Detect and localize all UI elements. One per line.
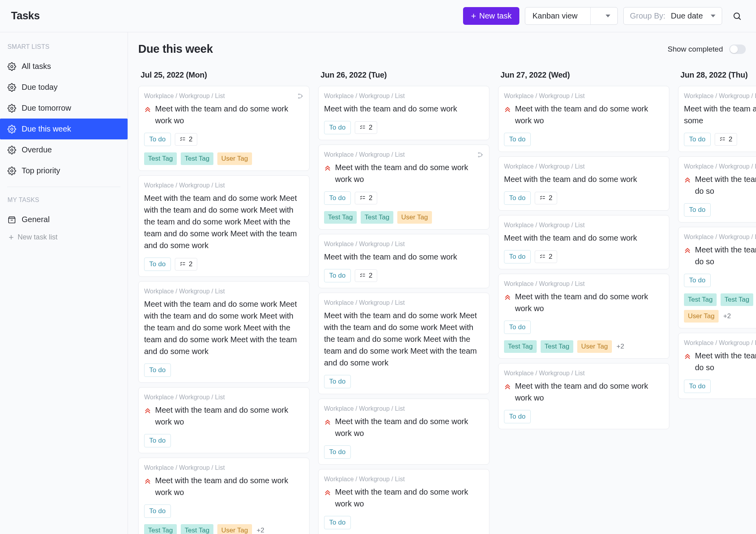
task-tag[interactable]: Test Tag: [504, 340, 537, 353]
task-title: Meet with the team and do so: [695, 350, 756, 373]
task-card[interactable]: Workplace / Workgroup / ListMeet with th…: [318, 86, 489, 140]
task-card[interactable]: Workplace / Workgroup / List Meet with t…: [318, 469, 489, 534]
subtask-count-chip[interactable]: 2: [535, 250, 557, 263]
sidebar-item-due-this-week[interactable]: Due this week: [0, 119, 128, 139]
status-chip[interactable]: To do: [504, 133, 531, 146]
task-tag[interactable]: User Tag: [217, 524, 252, 534]
column-date-label: Jun 26, 2022 (Tue): [321, 70, 487, 80]
task-card[interactable]: Workplace / Workgroup / List Meet with t…: [678, 156, 756, 222]
task-tag[interactable]: Test Tag: [181, 524, 213, 534]
column-date-label: Jun 27, 2022 (Wed): [500, 70, 667, 80]
status-chip[interactable]: To do: [504, 321, 531, 334]
task-tag[interactable]: Test Tag: [144, 524, 177, 534]
main-content: Due this week Show completed Jul 25, 202…: [128, 32, 756, 534]
task-card[interactable]: Workplace / Workgroup / ListMeet with th…: [498, 215, 669, 269]
breadcrumb: Workplace / Workgroup / List: [144, 288, 304, 295]
priority-high-icon: [504, 382, 511, 389]
status-chip[interactable]: To do: [684, 274, 711, 287]
group-by-select[interactable]: Group By: Due date: [623, 7, 722, 25]
task-card[interactable]: Workplace / Workgroup / List Meet with t…: [498, 363, 669, 429]
task-card[interactable]: Workplace / Workgroup / List Meet with t…: [318, 399, 489, 465]
task-card[interactable]: Workplace / Workgroup / ListMeet with th…: [318, 293, 489, 394]
status-chip[interactable]: To do: [324, 375, 351, 388]
status-chip[interactable]: To do: [684, 133, 711, 146]
sidebar-item-due-today[interactable]: Due today: [0, 77, 128, 98]
sidebar-item-all-tasks[interactable]: All tasks: [0, 56, 128, 77]
task-card[interactable]: Workplace / Workgroup / List Meet with t…: [318, 145, 489, 230]
sidebar-item-top-priority[interactable]: Top priority: [0, 160, 128, 181]
task-tag[interactable]: Test Tag: [144, 152, 177, 165]
task-card[interactable]: Workplace / Workgroup / List Meet with t…: [678, 227, 756, 328]
task-card[interactable]: Workplace / Workgroup / List Meet with t…: [498, 274, 669, 359]
task-tag[interactable]: Test Tag: [181, 152, 213, 165]
task-card[interactable]: Workplace / Workgroup / ListMeet with th…: [138, 175, 309, 277]
new-task-label: New task: [479, 11, 511, 20]
subtask-count-chip[interactable]: 2: [535, 192, 557, 204]
status-chip[interactable]: To do: [144, 434, 171, 447]
status-chip[interactable]: To do: [144, 133, 171, 146]
sidebar-item-general[interactable]: General: [0, 209, 128, 230]
task-card[interactable]: Workplace / Workgroup / List Meet with t…: [138, 458, 309, 534]
task-title: Meet with the team and do some work: [324, 251, 484, 263]
kanban-column: Jun 28, 2022 (Thu)Workplace / Workgroup …: [678, 67, 756, 522]
subtask-count-chip[interactable]: 2: [355, 269, 377, 282]
status-chip[interactable]: To do: [324, 445, 351, 459]
status-chip[interactable]: To do: [324, 269, 351, 282]
new-task-button[interactable]: + New task: [463, 7, 519, 25]
more-tags-count[interactable]: +2: [723, 312, 731, 320]
view-select[interactable]: Kanban view: [525, 7, 618, 25]
status-chip[interactable]: To do: [144, 258, 171, 271]
status-chip[interactable]: To do: [324, 516, 351, 529]
task-tag[interactable]: Test Tag: [324, 211, 357, 224]
priority-high-icon: [144, 406, 151, 413]
task-tag[interactable]: Test Tag: [361, 211, 393, 224]
status-chip[interactable]: To do: [504, 410, 531, 423]
task-title: Meet with the team and do some work work…: [335, 486, 484, 510]
status-chip[interactable]: To do: [324, 121, 351, 134]
new-task-list-button[interactable]: + New task list: [0, 230, 128, 245]
subtask-count-chip[interactable]: 2: [175, 133, 197, 146]
status-chip[interactable]: To do: [144, 363, 171, 377]
task-tag[interactable]: User Tag: [684, 310, 719, 323]
task-card[interactable]: Workplace / Workgroup / ListMeet with th…: [318, 234, 489, 288]
show-completed-toggle[interactable]: [729, 44, 746, 54]
search-button[interactable]: [729, 8, 745, 24]
task-card[interactable]: Workplace / Workgroup / List Meet with t…: [678, 333, 756, 399]
svg-point-18: [478, 156, 480, 157]
breadcrumb: Workplace / Workgroup / List: [144, 394, 304, 401]
svg-point-8: [298, 94, 300, 95]
task-tag[interactable]: User Tag: [217, 152, 252, 165]
svg-line-1: [739, 18, 741, 20]
task-title: Meet with the team and do some work work…: [155, 103, 304, 126]
status-chip[interactable]: To do: [324, 191, 351, 205]
task-tag[interactable]: User Tag: [577, 340, 612, 353]
breadcrumb: Workplace / Workgroup / List: [144, 93, 304, 100]
status-chip[interactable]: To do: [144, 504, 171, 518]
task-title: Meet with the team and do some work work…: [155, 475, 304, 498]
subtask-count-chip[interactable]: 2: [175, 258, 197, 271]
task-card[interactable]: Workplace / Workgroup / ListMeet with th…: [138, 281, 309, 383]
status-chip[interactable]: To do: [684, 203, 711, 217]
kanban-column: Jun 26, 2022 (Tue)Workplace / Workgroup …: [318, 67, 489, 522]
task-card[interactable]: Workplace / Workgroup / List Meet with t…: [138, 86, 309, 171]
more-tags-count[interactable]: +2: [257, 527, 264, 534]
task-card[interactable]: Workplace / Workgroup / List Meet with t…: [138, 387, 309, 453]
task-card[interactable]: Workplace / Workgroup / ListMeet with th…: [498, 156, 669, 211]
svg-point-3: [11, 86, 13, 89]
more-tags-count[interactable]: +2: [617, 343, 624, 350]
sidebar-item-overdue[interactable]: Overdue: [0, 139, 128, 160]
status-chip[interactable]: To do: [504, 250, 531, 263]
breadcrumb: Workplace / Workgroup / List: [504, 163, 663, 170]
task-card[interactable]: Workplace / Workgroup / List Meet with t…: [498, 86, 669, 152]
subtask-count-chip[interactable]: 2: [715, 133, 737, 146]
task-tag[interactable]: Test Tag: [684, 293, 717, 306]
task-tag[interactable]: Test Tag: [721, 293, 753, 306]
task-tag[interactable]: Test Tag: [541, 340, 573, 353]
task-tag[interactable]: User Tag: [397, 211, 432, 224]
subtask-count-chip[interactable]: 2: [355, 192, 377, 204]
status-chip[interactable]: To do: [684, 380, 711, 393]
status-chip[interactable]: To do: [504, 191, 531, 205]
sidebar-item-due-tomorrow[interactable]: Due tomorrow: [0, 98, 128, 119]
subtask-count-chip[interactable]: 2: [355, 121, 377, 134]
task-card[interactable]: Workplace / Workgroup / ListMeet with th…: [678, 86, 756, 152]
